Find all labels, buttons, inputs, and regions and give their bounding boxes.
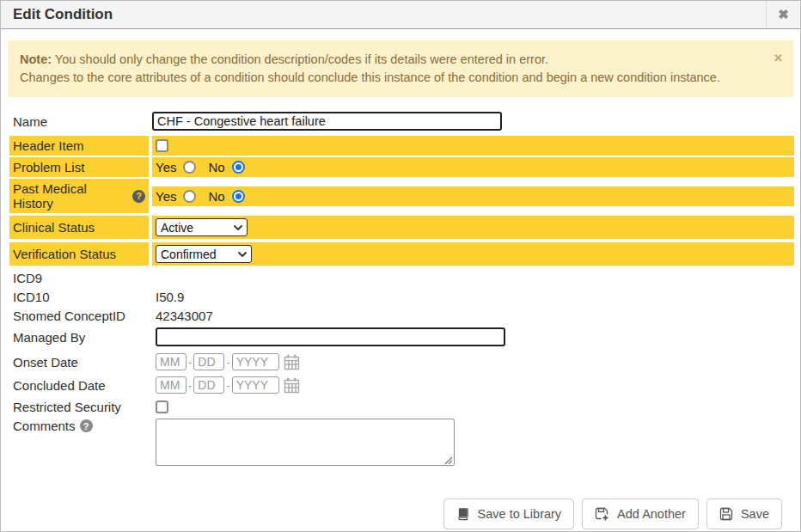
note-line2: Changes to the core attributes of a cond… <box>20 69 767 87</box>
onset-yyyy-input[interactable] <box>232 353 279 370</box>
managed-by-input[interactable] <box>156 327 505 346</box>
help-icon[interactable]: ? <box>80 419 93 432</box>
problem-list-row: Problem List Yes No <box>9 157 794 177</box>
header-item-checkbox[interactable] <box>156 139 168 152</box>
pmh-yes-radio[interactable] <box>183 190 196 203</box>
name-input[interactable] <box>152 112 502 131</box>
onset-mm-input[interactable] <box>156 353 186 370</box>
problem-list-no-radio[interactable] <box>232 161 245 174</box>
header-item-row: Header Item <box>9 136 794 156</box>
onset-dd-input[interactable] <box>193 353 224 370</box>
note-dismiss-icon[interactable]: ✕ <box>773 49 783 67</box>
clinical-status-select[interactable]: Active <box>156 218 248 236</box>
icd10-row: ICD10 I50.9 <box>9 288 794 306</box>
snomed-row: Snomed ConceptID 42343007 <box>9 307 794 325</box>
icd9-value <box>152 269 794 287</box>
icd9-label: ICD9 <box>9 269 149 287</box>
help-icon[interactable]: ? <box>132 190 145 203</box>
comments-label: Comments <box>13 419 76 433</box>
comments-row: Comments ? <box>9 417 794 471</box>
save-to-library-button[interactable]: Save to Library <box>443 498 575 529</box>
verification-status-select[interactable]: Confirmed <box>156 245 252 263</box>
edit-condition-dialog: Edit Condition ✖ Note: You should only c… <box>0 0 801 532</box>
note-line1-text: You should only change the condition des… <box>55 52 548 66</box>
date-separator: - <box>188 356 192 369</box>
book-icon <box>456 507 470 521</box>
restricted-security-label: Restricted Security <box>9 398 149 416</box>
snomed-label: Snomed ConceptID <box>9 307 149 325</box>
problem-list-no-label: No <box>208 160 224 174</box>
icd10-value: I50.9 <box>152 288 794 306</box>
close-icon[interactable]: ✖ <box>766 1 800 28</box>
add-another-label: Add Another <box>617 507 686 521</box>
dialog-footer: Save to Library Add Another Save <box>9 498 782 529</box>
name-row: Name <box>9 112 794 131</box>
managed-by-label: Managed By <box>9 328 149 346</box>
date-separator: - <box>188 379 192 392</box>
problem-list-yes-label: Yes <box>156 160 176 174</box>
verification-status-label: Verification Status <box>9 242 149 266</box>
onset-date-row: Onset Date - - <box>9 352 794 372</box>
note-line1: Note: You should only change the conditi… <box>20 51 767 69</box>
managed-by-row: Managed By <box>9 326 794 348</box>
date-separator: - <box>226 379 229 392</box>
dialog-header: Edit Condition ✖ <box>1 1 800 29</box>
past-medical-history-label: Past Medical History <box>13 181 128 211</box>
note-banner: Note: You should only change the conditi… <box>8 40 793 97</box>
restricted-security-checkbox[interactable] <box>156 401 168 413</box>
onset-date-label: Onset Date <box>9 353 149 371</box>
save-plus-icon <box>595 507 609 522</box>
past-medical-history-row: Past Medical History ? Yes No <box>9 179 794 213</box>
icd9-row: ICD9 <box>9 269 794 287</box>
verification-status-row: Verification Status Confirmed <box>9 242 794 266</box>
save-button[interactable]: Save <box>706 498 782 529</box>
clinical-status-label: Clinical Status <box>9 216 149 239</box>
snomed-value: 42343007 <box>152 307 794 325</box>
header-item-label: Header Item <box>9 136 149 156</box>
concluded-date-row: Concluded Date - - <box>9 375 794 395</box>
add-another-button[interactable]: Add Another <box>582 498 699 529</box>
edit-condition-form: Name Header Item Problem List Yes No Pas… <box>9 112 794 529</box>
dialog-title: Edit Condition <box>13 6 766 23</box>
concluded-mm-input[interactable] <box>156 376 186 394</box>
name-label: Name <box>9 114 149 129</box>
note-prefix: Note: <box>20 52 52 66</box>
concluded-date-label: Concluded Date <box>9 376 149 394</box>
save-to-library-label: Save to Library <box>478 507 562 521</box>
calendar-icon[interactable] <box>284 354 300 370</box>
clinical-status-row: Clinical Status Active <box>9 216 794 239</box>
pmh-no-radio[interactable] <box>232 190 245 203</box>
restricted-security-row: Restricted Security <box>9 398 794 416</box>
pmh-no-label: No <box>208 189 224 204</box>
date-separator: - <box>226 356 229 369</box>
calendar-icon[interactable] <box>284 377 300 394</box>
concluded-yyyy-input[interactable] <box>232 376 279 394</box>
save-label: Save <box>741 507 769 521</box>
concluded-dd-input[interactable] <box>193 376 224 394</box>
problem-list-label: Problem List <box>9 157 149 177</box>
save-icon <box>719 507 733 521</box>
pmh-yes-label: Yes <box>156 189 176 204</box>
problem-list-yes-radio[interactable] <box>183 161 196 174</box>
comments-textarea[interactable] <box>156 419 455 466</box>
icd10-label: ICD10 <box>9 288 149 306</box>
